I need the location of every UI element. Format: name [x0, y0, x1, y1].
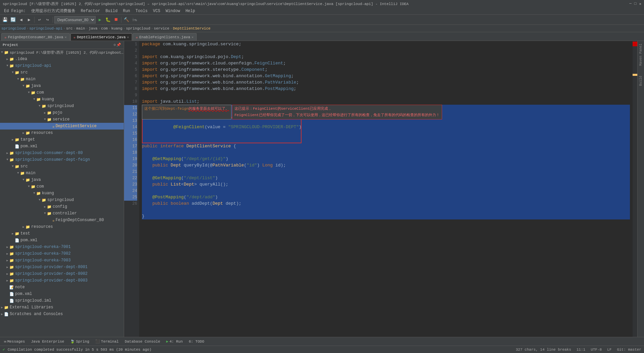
code-content[interactable]: package com.kuang.springcloud.service; i… [139, 41, 633, 337]
close-btn[interactable]: ✕ [639, 2, 641, 6]
tab-deptclientservice[interactable]: ☕ DeptClientService.java ✕ [70, 33, 132, 41]
bottom-tab-java-enterprise[interactable]: Java Enterprise [28, 338, 67, 345]
tree-item-springcloud-pkg[interactable]: ▼ 📁 springcloud [0, 103, 124, 109]
toolbar-redo[interactable]: ↪ [44, 16, 51, 23]
gutter-error-1[interactable] [633, 42, 637, 46]
tree-item-java-feign[interactable]: ▼ 📁 java [0, 176, 124, 183]
project-gear-icon[interactable]: ⚙ [113, 43, 116, 47]
tree-item-kuang[interactable]: ▼ 📁 kuang [0, 96, 124, 103]
tab-enablefeignclients[interactable]: ☕ EnableFeignClients.java ✕ [133, 33, 197, 41]
nav-service[interactable]: service [154, 27, 169, 31]
tree-item-scratches[interactable]: ▶ 📄 Scratches and Consoles [0, 311, 124, 317]
menu-vcs[interactable]: VCS [150, 8, 163, 14]
tab-feigndeptconsumer[interactable]: ☕ FeignDeptConsumer_80.java ✕ [1, 33, 70, 41]
menu-refactor[interactable]: Refactor [78, 8, 103, 14]
status-line-sep[interactable]: LF [607, 348, 611, 352]
tree-item-controller-feign[interactable]: ▼ 📁 controller [0, 210, 124, 217]
tree-item-iml[interactable]: 📄 springcloud.iml [0, 297, 124, 304]
bottom-tab-todo[interactable]: 6: TODO [186, 338, 207, 345]
toolbar-ant[interactable]: 🐜 [131, 16, 138, 23]
nav-deptclientservice[interactable]: DeptClientService [173, 27, 210, 31]
run-config-dropdown[interactable]: DeptConsumer_80 [54, 16, 96, 23]
menu-service[interactable]: 使用提示行方式消费服务 [29, 7, 78, 14]
menu-help[interactable]: Help [183, 8, 198, 14]
status-caret[interactable]: 11:1 [577, 348, 585, 352]
menu-edfeign[interactable]: Ed Feign: [1, 8, 29, 14]
tree-item-pojo[interactable]: ▶ 📁 pojo [0, 109, 124, 116]
nav-main[interactable]: main [76, 27, 85, 31]
code-line-20: public List<Dept> queryAll(); [142, 181, 630, 188]
tree-item-com[interactable]: ▼ 📁 com [0, 89, 124, 96]
nav-java[interactable]: java [89, 27, 97, 31]
tree-item-com-feign[interactable]: ▼ 📁 com [0, 183, 124, 190]
tree-item-config-feign[interactable]: ▶ 📁 config [0, 203, 124, 210]
build-tab[interactable]: Build [638, 74, 643, 87]
tree-item-pom-root[interactable]: 📄 pom.xml [0, 291, 124, 297]
nav-springcloud-api[interactable]: springcloud-api [29, 27, 62, 31]
bottom-tab-database[interactable]: Database Console [122, 338, 163, 345]
java-enterprise-label: Java Enterprise [31, 340, 64, 344]
nav-kuang[interactable]: kuang [111, 27, 122, 31]
toolbar-build[interactable]: 🔨 [123, 16, 130, 23]
tree-item-deptclientservice[interactable]: ☕ DeptClientService [0, 123, 124, 130]
tree-item-service[interactable]: ▼ 📁 service [0, 116, 124, 123]
toolbar-forward[interactable]: ▶ [25, 16, 33, 23]
toolbar-run[interactable]: ▶ [96, 16, 104, 23]
tree-item-consumer-80[interactable]: ▶ 📁 springcloud-consumer-dept-80 [0, 150, 124, 156]
tree-item-resources-api[interactable]: ▶ 📁 resources [0, 130, 124, 136]
toolbar-back[interactable]: ◀ [17, 16, 25, 23]
menu-window[interactable]: Window [163, 8, 183, 14]
tree-item-external-libs[interactable]: ▶ 📁 External Libraries [0, 304, 124, 311]
project-pin-icon[interactable]: 📌 [116, 43, 121, 47]
nav-springcloud2[interactable]: springcloud [126, 27, 150, 31]
tree-item-provider-8003[interactable]: ▶ 📁 springcloud-provider-dept-8003 [0, 277, 124, 284]
menu-build[interactable]: Build [103, 8, 120, 14]
tree-item-test-feign[interactable]: ▶ 📁 test [0, 230, 124, 237]
nav-com[interactable]: com [101, 27, 108, 31]
nav-src[interactable]: src [66, 27, 73, 31]
minimize-btn[interactable]: ─ [629, 2, 632, 6]
tree-root-springcloud[interactable]: ▼ 📁 springcloud F:\级管理\西开 [19525] 2、代码\s… [0, 49, 124, 56]
tree-item-eureka-7002[interactable]: ▶ 📁 springcloud-eureka-7002 [0, 250, 124, 257]
tree-item-pom-api[interactable]: 📄 pom.xml [0, 143, 124, 150]
bottom-tab-messages[interactable]: ✉ Messages [1, 338, 28, 345]
tree-item-src-feign[interactable]: ▼ 📁 src [0, 163, 124, 170]
bottom-tab-terminal[interactable]: ⬛ Terminal [93, 338, 121, 345]
tree-item-main-feign[interactable]: ▼ 📁 main [0, 170, 124, 176]
tree-item-eureka-7001[interactable]: ▶ 📁 springcloud-eureka-7001 [0, 244, 124, 250]
tree-item-kuang-feign[interactable]: ▼ 📁 kuang [0, 190, 124, 197]
tree-item-src[interactable]: ▼ 📁 src [0, 69, 124, 76]
toolbar-sync[interactable]: 🔄 [9, 16, 17, 23]
menu-tools[interactable]: Tools [133, 8, 150, 14]
tab-close-feigndept[interactable]: ✕ [65, 35, 67, 39]
tree-item-provider-8002[interactable]: ▶ 📁 springcloud-provider-dept-8002 [0, 270, 124, 277]
tree-item-java[interactable]: ▼ 📁 java [0, 83, 124, 89]
toolbar-undo[interactable]: ↩ [36, 16, 43, 23]
tree-item-feigndeptconsumer[interactable]: ☕ FeignDeptConsumer_80 [0, 217, 124, 223]
tree-item-note[interactable]: 📝 note [0, 284, 124, 291]
toolbar-save[interactable]: 💾 [1, 16, 9, 23]
tree-item-springcloud-api[interactable]: ▼ 📁 springcloud-api [0, 62, 124, 69]
toolbar-debug[interactable]: 🐛 [104, 16, 112, 23]
tree-item-eureka-7003[interactable]: ▶ 📁 springcloud-eureka-7003 [0, 257, 124, 264]
status-encoding[interactable]: UTF-8 [591, 348, 602, 352]
tab-close-enablefeign[interactable]: ✕ [192, 35, 194, 39]
bottom-tab-spring[interactable]: 🍃 Spring [67, 338, 92, 345]
tree-item-idea[interactable]: ▶ 📁 .idea [0, 56, 124, 62]
tree-item-main[interactable]: ▼ 📁 main [0, 76, 124, 83]
nav-springcloud[interactable]: springcloud [1, 27, 26, 31]
status-col-info[interactable]: 327 chars, 14 line breaks [516, 348, 571, 352]
tree-item-resources-feign[interactable]: ▶ 📁 resources [0, 223, 124, 230]
toolbar-stop[interactable]: ⏹ [112, 16, 120, 23]
tree-item-provider-8001[interactable]: ▶ 📁 springcloud-provider-dept-8001 [0, 264, 124, 270]
tree-item-springcloud-feign[interactable]: ▼ 📁 springcloud [0, 197, 124, 203]
tab-close-deptclient[interactable]: ✕ [127, 35, 129, 39]
maximize-btn[interactable]: □ [634, 2, 637, 6]
code-editor[interactable]: 1 2 3 4 5 6 7 8 9 10 11 12 13 14 15 16 1… [124, 41, 637, 337]
tree-item-consumer-feign[interactable]: ▼ 📁 springcloud-consumer-dept-feign [0, 156, 124, 163]
maven-panel-tab[interactable]: Maven Panel [638, 42, 643, 67]
tree-item-pom-feign[interactable]: 📄 pom.xml [0, 237, 124, 244]
bottom-tab-run[interactable]: ▶ 4: Run [164, 338, 185, 345]
menu-run[interactable]: Run [120, 8, 133, 14]
tree-item-target-api[interactable]: ▶ 📁 target [0, 136, 124, 143]
